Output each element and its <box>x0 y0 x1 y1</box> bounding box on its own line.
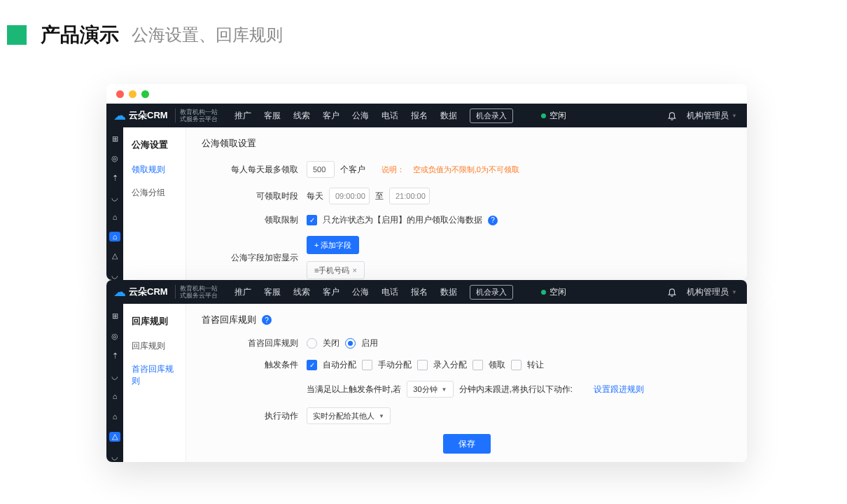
rail-icon-5[interactable]: ⌂ <box>109 212 120 222</box>
user-menu-2[interactable]: 机构管理员 ▼ <box>687 286 737 298</box>
brand-sub: 教育机构一站 式服务云平台 <box>175 285 218 299</box>
rail-icon-4[interactable]: ◡ <box>109 192 120 202</box>
side-title-2: 回库规则 <box>123 312 186 335</box>
chevron-down-icon: ▼ <box>379 413 384 419</box>
nav-item-0[interactable]: 推广 <box>234 286 251 298</box>
nav-item-0[interactable]: 推广 <box>234 110 251 122</box>
top-nav-2: 推广 客服 线索 客户 公海 电话 报名 数据 机会录入 <box>234 285 513 300</box>
rail-icon-5[interactable]: ⌂ <box>109 391 120 402</box>
brand-name: 云朵CRM <box>129 109 168 122</box>
rail-icon-3[interactable]: ⇡ <box>109 351 120 362</box>
side-panel-2: 回库规则 回库规则 首咨回库规则 <box>123 304 186 462</box>
sidebar-item-return-rules[interactable]: 回库规则 <box>123 335 186 358</box>
time-to-input[interactable]: 21:00:00 <box>389 188 430 204</box>
nav-item-2[interactable]: 线索 <box>293 286 310 298</box>
hint-prefix: 说明： <box>382 164 405 175</box>
nav-item-7[interactable]: 数据 <box>440 110 457 122</box>
label-action: 执行动作 <box>202 410 307 422</box>
rail-icon-2[interactable]: ◎ <box>109 154 120 164</box>
nav-item-3[interactable]: 客户 <box>323 286 340 298</box>
rail-icon-8[interactable]: ◡ <box>109 270 120 280</box>
chip-remove-icon[interactable]: × <box>352 266 356 274</box>
rail-icon-7-active[interactable]: △ <box>109 432 120 442</box>
daily-max-input[interactable]: 500 <box>307 161 335 178</box>
radio-off[interactable] <box>307 338 317 349</box>
action-select[interactable]: 实时分配给其他人 ▼ <box>307 407 391 424</box>
status-text: 空闲 <box>550 110 566 122</box>
mac-max-icon[interactable] <box>141 90 149 98</box>
label-trigger: 触发条件 <box>202 359 307 371</box>
rail-icon-4[interactable]: ◡ <box>109 371 120 382</box>
nav-pill-opportunity-entry[interactable]: 机会录入 <box>470 285 513 300</box>
content-area: 公海领取设置 每人每天最多领取 500 个客户 说明： 空或负值为不限制,0为不… <box>186 127 747 280</box>
chk-input-assign[interactable] <box>417 360 428 370</box>
status-indicator[interactable]: 空闲 <box>541 110 566 122</box>
brand-name: 云朵CRM <box>129 286 168 298</box>
sidebar-item-claim-rules[interactable]: 领取规则 <box>123 158 186 181</box>
nav-pill-opportunity-entry[interactable]: 机会录入 <box>470 108 513 123</box>
help-icon[interactable]: ? <box>488 216 498 225</box>
status-indicator-2[interactable]: 空闲 <box>541 286 566 298</box>
field-chip-phone[interactable]: ≡手机号码 × <box>307 261 365 279</box>
slide-accent-block <box>7 25 27 45</box>
followup-rule-link[interactable]: 设置跟进规则 <box>594 384 644 396</box>
save-button[interactable]: 保存 <box>443 434 491 454</box>
nav-item-7[interactable]: 数据 <box>440 286 457 298</box>
mac-min-icon[interactable] <box>129 90 136 98</box>
window-public-sea-settings: ☁ 云朵CRM 教育机构一站 式服务云平台 推广 客服 线索 客户 公海 电话 … <box>106 84 747 280</box>
nav-item-1[interactable]: 客服 <box>264 110 281 122</box>
time-prefix: 每天 <box>307 190 323 202</box>
chk-auto-assign[interactable]: ✓ <box>307 360 317 370</box>
sidebar-item-groups[interactable]: 公海分组 <box>123 181 186 204</box>
restrict-checkbox[interactable]: ✓ <box>307 215 317 225</box>
chevron-down-icon: ▼ <box>732 289 737 295</box>
rail-icon-1[interactable]: ⊞ <box>109 311 120 321</box>
bell-icon[interactable] <box>667 111 677 120</box>
bell-icon[interactable] <box>667 287 677 297</box>
chk-manual-assign[interactable] <box>362 360 372 370</box>
label-daily-max: 每人每天最多领取 <box>202 164 307 176</box>
rail-icon-6-active[interactable]: ⌂ <box>109 232 120 241</box>
nav-item-2[interactable]: 线索 <box>293 110 310 122</box>
slide-title: 产品演示 <box>41 22 119 48</box>
icon-rail: ⊞ ◎ ⇡ ◡ ⌂ ⌂ △ ◡ <box>106 127 123 280</box>
nav-item-5[interactable]: 电话 <box>382 286 398 298</box>
help-icon[interactable]: ? <box>262 315 272 325</box>
cloud-icon: ☁ <box>113 284 126 300</box>
chk-transfer[interactable] <box>511 360 522 370</box>
restrict-text: 只允许状态为【启用】的用户领取公海数据 <box>323 214 482 226</box>
label-time-window: 可领取时段 <box>202 190 307 202</box>
mac-close-icon[interactable] <box>116 90 124 98</box>
nav-item-6[interactable]: 报名 <box>411 286 428 298</box>
sidebar-item-first-consult-return[interactable]: 首咨回库规则 <box>123 358 186 393</box>
radio-off-label: 关闭 <box>323 337 340 349</box>
status-dot-icon <box>541 113 546 118</box>
radio-on[interactable] <box>345 338 356 349</box>
rail-icon-3[interactable]: ⇡ <box>109 174 120 183</box>
radio-on-label: 启用 <box>361 337 378 349</box>
brand-sub: 教育机构一站 式服务云平台 <box>175 108 218 122</box>
rail-icon-6[interactable]: ⌂ <box>109 412 120 422</box>
rail-icon-1[interactable]: ⊞ <box>109 134 120 144</box>
nav-item-3[interactable]: 客户 <box>323 110 340 122</box>
user-menu[interactable]: 机构管理员 ▼ <box>687 110 737 122</box>
brand-logo-2[interactable]: ☁ 云朵CRM 教育机构一站 式服务云平台 <box>106 284 225 300</box>
nav-item-1[interactable]: 客服 <box>264 286 281 298</box>
rail-icon-2[interactable]: ◎ <box>109 331 120 342</box>
label-first-return: 首咨回库规则 <box>202 337 307 349</box>
time-from-input[interactable]: 09:00:00 <box>329 188 370 204</box>
brand-logo[interactable]: ☁ 云朵CRM 教育机构一站 式服务云平台 <box>106 108 225 123</box>
duration-select[interactable]: 30分钟 ▼ <box>407 381 453 398</box>
status-dot-icon <box>541 290 546 295</box>
nav-item-4[interactable]: 公海 <box>352 110 369 122</box>
rail-icon-7[interactable]: △ <box>109 251 120 261</box>
window-return-rules: ☁ 云朵CRM 教育机构一站 式服务云平台 推广 客服 线索 客户 公海 电话 … <box>106 280 747 462</box>
nav-item-5[interactable]: 电话 <box>382 110 398 122</box>
nav-item-4[interactable]: 公海 <box>352 286 369 298</box>
rail-icon-8[interactable]: ◡ <box>109 451 120 462</box>
chk-claim[interactable] <box>472 360 483 370</box>
add-field-button[interactable]: + 添加字段 <box>307 236 359 254</box>
content-title-2: 首咨回库规则 ? <box>202 314 732 326</box>
nav-item-6[interactable]: 报名 <box>411 110 428 122</box>
icon-rail-2: ⊞ ◎ ⇡ ◡ ⌂ ⌂ △ ◡ <box>106 304 123 462</box>
